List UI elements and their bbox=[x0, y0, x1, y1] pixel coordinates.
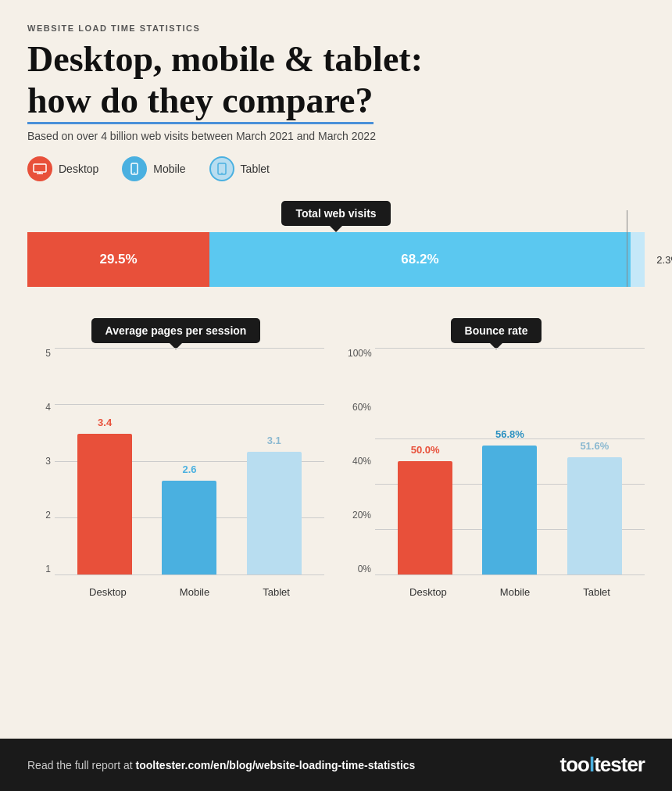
footer-text: Read the full report at tooltester.com/e… bbox=[27, 759, 415, 771]
pages-mobile-bar-item: 2.6 bbox=[162, 481, 216, 574]
bounce-tablet-bar bbox=[567, 457, 622, 574]
pages-x-tablet: Tablet bbox=[263, 586, 290, 598]
pages-tablet-bar-item: 3.1 bbox=[247, 452, 302, 574]
bounce-x-mobile: Mobile bbox=[500, 586, 530, 598]
bounce-desktop-bar-item: 50.0% bbox=[398, 461, 452, 574]
desktop-label: Desktop bbox=[59, 163, 98, 175]
mobile-label: Mobile bbox=[153, 163, 185, 175]
legend-tablet: Tablet bbox=[209, 156, 270, 181]
tablet-icon bbox=[209, 156, 234, 181]
svg-rect-0 bbox=[34, 164, 46, 172]
total-visits-bar: 29.5% 68.2% bbox=[27, 232, 645, 287]
bounce-chart-area: 100% 60% 40% 20% 0% bbox=[348, 348, 645, 598]
pages-desktop-bar bbox=[77, 434, 132, 574]
total-visits-bar-wrapper: 29.5% 68.2% 2.3% bbox=[27, 232, 645, 287]
bar-line bbox=[627, 210, 627, 287]
main-title: Desktop, mobile & tablet: how do they co… bbox=[27, 39, 645, 122]
pages-tablet-value: 3.1 bbox=[267, 435, 281, 446]
legend: Desktop Mobile Tablet bbox=[27, 156, 645, 181]
pages-tooltip: Average pages per session bbox=[91, 318, 261, 343]
section-label: WEBSITE LOAD TIME STATISTICS bbox=[27, 23, 645, 33]
bounce-mobile-bar-item: 56.8% bbox=[482, 446, 537, 574]
bounce-tooltip-wrapper: Bounce rate bbox=[348, 318, 645, 343]
bounce-mobile-bar bbox=[482, 446, 537, 574]
bounce-tablet-bar-item: 51.6% bbox=[567, 457, 622, 574]
tablet-pct-label: 2.3% bbox=[656, 253, 672, 265]
bounce-x-desktop: Desktop bbox=[409, 586, 447, 598]
pages-bars: 3.4 2.6 bbox=[55, 348, 324, 574]
total-visits-section: Total web visits 29.5% 68.2% 2.3% bbox=[27, 201, 645, 287]
desktop-icon bbox=[27, 156, 52, 181]
bounce-y-axis: 100% 60% 40% 20% 0% bbox=[348, 348, 371, 598]
bounce-desktop-value: 50.0% bbox=[411, 444, 440, 456]
bounce-x-labels: Desktop Mobile Tablet bbox=[375, 586, 645, 598]
bounce-desktop-bar bbox=[398, 461, 452, 574]
total-visits-tooltip: Total web visits bbox=[281, 201, 390, 226]
bounce-chart-inner: 50.0% 56.8% bbox=[375, 348, 645, 574]
pages-desktop-value: 3.4 bbox=[98, 417, 112, 428]
bounce-mobile-value: 56.8% bbox=[495, 428, 524, 440]
legend-mobile: Mobile bbox=[122, 156, 185, 181]
bounce-x-tablet: Tablet bbox=[583, 586, 610, 598]
bounce-tablet-value: 51.6% bbox=[580, 440, 609, 452]
pages-x-labels: Desktop Mobile Tablet bbox=[55, 586, 324, 598]
tablet-bar bbox=[631, 232, 645, 287]
pages-y-axis: 5 4 3 2 1 bbox=[27, 348, 51, 598]
svg-point-6 bbox=[221, 172, 223, 174]
bounce-rate-chart: Bounce rate 100% 60% 40% 20% 0% bbox=[348, 318, 645, 598]
title-line2: how do they compare? bbox=[27, 81, 374, 124]
pages-chart-inner: 3.4 2.6 bbox=[55, 348, 324, 574]
pages-tooltip-wrapper: Average pages per session bbox=[27, 318, 324, 343]
pages-per-session-chart: Average pages per session 5 4 3 2 1 bbox=[27, 318, 324, 598]
mobile-icon bbox=[122, 156, 147, 181]
desktop-bar: 29.5% bbox=[27, 232, 209, 287]
pages-chart-area: 5 4 3 2 1 bbox=[27, 348, 324, 598]
pages-x-mobile: Mobile bbox=[180, 586, 209, 598]
charts-row: Average pages per session 5 4 3 2 1 bbox=[27, 318, 645, 598]
bounce-gridline-0 bbox=[375, 574, 645, 575]
bounce-tooltip: Bounce rate bbox=[451, 318, 542, 343]
pages-desktop-bar-item: 3.4 bbox=[77, 434, 132, 574]
title-line1: Desktop, mobile & tablet: bbox=[27, 39, 423, 79]
pages-tablet-bar bbox=[247, 452, 302, 574]
bounce-bars: 50.0% 56.8% bbox=[375, 348, 645, 574]
mobile-bar: 68.2% bbox=[209, 232, 631, 287]
gridline-1 bbox=[55, 574, 324, 575]
subtitle: Based on over 4 billion web visits betwe… bbox=[27, 130, 645, 142]
tablet-label: Tablet bbox=[241, 163, 270, 175]
brand-logo: tooltester bbox=[560, 753, 645, 777]
svg-point-4 bbox=[134, 172, 136, 174]
total-visits-tooltip-wrapper: Total web visits bbox=[27, 201, 645, 226]
legend-desktop: Desktop bbox=[27, 156, 98, 181]
main-content: WEBSITE LOAD TIME STATISTICS Desktop, mo… bbox=[0, 0, 672, 629]
footer: Read the full report at tooltester.com/e… bbox=[0, 739, 672, 791]
brand-name: tooltester bbox=[560, 753, 645, 776]
pages-mobile-value: 2.6 bbox=[182, 464, 196, 475]
pages-x-desktop: Desktop bbox=[89, 586, 127, 598]
pages-mobile-bar bbox=[162, 481, 216, 574]
